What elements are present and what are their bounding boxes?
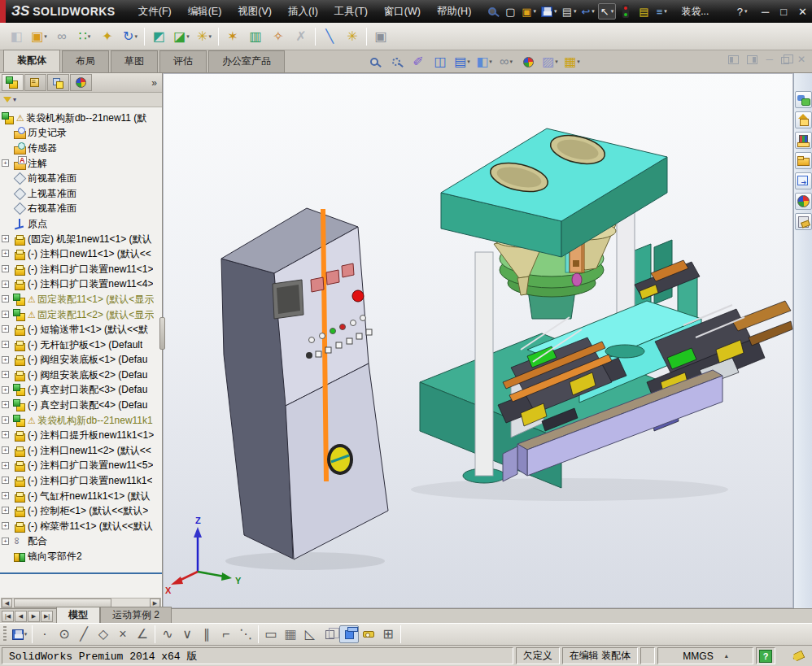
quick-tips-button[interactable]: ? [759, 650, 772, 663]
tree-item[interactable]: + ⚠ (-) 短输送带1<1> (默认<<默 [0, 322, 162, 337]
menu-help[interactable]: 帮助(H) [429, 2, 479, 21]
panel-splitter-handle[interactable] [159, 317, 165, 350]
construction-line-icon[interactable]: ⋱ [236, 625, 255, 643]
design-library-icon[interactable] [795, 132, 812, 149]
menu-insert[interactable]: 插入(I) [280, 2, 326, 21]
solidworks-resources-icon[interactable] [795, 111, 812, 128]
linear-component-pattern-icon[interactable]: ∷ [73, 25, 96, 48]
expand-toggle-icon[interactable]: + [2, 311, 9, 318]
tree-filter-bar[interactable]: ▾ [0, 93, 162, 107]
tangent-arc-icon[interactable]: ∿ [158, 625, 177, 643]
expand-toggle-icon[interactable]: + [2, 386, 9, 394]
line-tool-icon[interactable]: ╱ [74, 625, 94, 643]
tab-sketch[interactable]: 草图 [111, 50, 158, 72]
expand-toggle-icon[interactable]: + [2, 265, 9, 272]
expand-toggle-icon[interactable]: + [2, 295, 9, 303]
rotate-component-icon[interactable]: ↻ [119, 25, 142, 48]
circle-tool-icon[interactable]: ⊙ [55, 625, 74, 643]
tree-item[interactable]: + ⚠ 传感器 [0, 141, 162, 156]
sheet-nav-button[interactable]: ▶| [41, 611, 53, 622]
section-view-icon[interactable]: ◫ [430, 53, 450, 71]
panel-overflow-chevron[interactable]: » [151, 77, 157, 89]
expand-toggle-icon[interactable]: + [2, 281, 9, 288]
traffic-light-icon[interactable] [618, 3, 634, 20]
hide-show-items-icon[interactable]: ∞ [496, 53, 516, 71]
minimize-button[interactable]: ─ [762, 6, 769, 18]
scroll-left-arrow[interactable]: ◀ [2, 599, 12, 607]
expand-toggle-icon[interactable]: + [2, 446, 9, 454]
tree-item[interactable]: + ⚠ 固定装配11<1> (默认<显示 [0, 292, 162, 307]
show-hidden-components-icon[interactable]: ◪ [170, 25, 193, 48]
tree-item[interactable]: + ⚠ (-) 注料口扩口装置new11k1< [0, 473, 162, 489]
help-button[interactable]: ? [734, 3, 750, 20]
tab-layout[interactable]: 布局 [62, 50, 109, 72]
sheet-nav-button[interactable]: |◀ [2, 611, 14, 622]
options-list-icon[interactable]: ≡ [653, 3, 670, 20]
insert-components-icon[interactable]: ▣ [28, 25, 50, 48]
perpendicular-relation-icon[interactable]: ⌐ [216, 625, 236, 643]
tree-item[interactable]: + ⚠ (-) 真空封口装配<4> (Defau [0, 398, 162, 413]
table-icon[interactable]: ⊞ [378, 625, 398, 643]
expand-toggle-icon[interactable]: + [2, 356, 9, 363]
expand-toggle-icon[interactable]: + [2, 522, 9, 529]
expand-toggle-icon[interactable]: + [2, 477, 9, 484]
tree-item[interactable]: + ⚠ 配合 [0, 534, 162, 550]
edit-appearance-icon[interactable] [518, 53, 538, 71]
expand-toggle-icon[interactable]: + [2, 462, 9, 469]
undo-icon[interactable]: ↩ [579, 3, 596, 20]
tree-item[interactable]: + ⚠ (-) 气缸杆new11k1<1> (默认 [0, 489, 162, 504]
menu-edit[interactable]: 编辑(E) [180, 2, 230, 21]
featuremanager-tab[interactable] [2, 74, 24, 91]
tree-item[interactable]: + ⚠ 装袋机构新db--21new11 (默 [0, 111, 162, 126]
tree-item[interactable]: + ⚠ (-) 注料口扩口装置new11<5> [0, 459, 162, 474]
displaymanager-tab[interactable] [70, 74, 92, 91]
edit-component-icon[interactable]: ◧ [5, 25, 28, 48]
tree-item[interactable]: + ⚠ 装袋机构新db--21new11k1 [0, 413, 162, 429]
menu-view[interactable]: 视图(V) [229, 2, 280, 21]
sheet-nav-button[interactable]: ◀ [15, 611, 27, 622]
angle-tool-icon[interactable]: ∠ [133, 625, 152, 643]
polygon-tool-icon[interactable]: ◇ [94, 625, 113, 643]
units-selector[interactable]: MMGS ▴ [657, 647, 753, 664]
menu-file[interactable]: 文件(F) [130, 2, 180, 21]
wireframe-display-icon[interactable] [320, 625, 339, 643]
tag-icon[interactable] [792, 650, 805, 662]
close-button[interactable]: ✕ [798, 6, 807, 18]
tab-evaluate[interactable]: 评估 [159, 50, 207, 72]
tree-item[interactable]: + ⚠ (固定) 机架1new11<1> (默认 [0, 232, 162, 247]
measure-diagonal-icon[interactable]: ╲ [318, 25, 341, 48]
tree-item[interactable]: + ⚠ (-) 真空封口装配<3> (Defau [0, 383, 162, 398]
doc-close-button[interactable]: ✕ [797, 54, 805, 65]
new-document-icon[interactable]: ▢ [502, 3, 518, 20]
grid-snap-icon[interactable]: ▦ [281, 625, 300, 643]
expand-toggle-icon[interactable]: + [2, 431, 9, 438]
menu-tools[interactable]: 工具(T) [326, 2, 376, 21]
view-orientation-icon[interactable]: ▤ [452, 53, 472, 71]
trim-tool-icon[interactable]: × [113, 625, 133, 643]
previous-view-icon[interactable]: ✐ [408, 53, 428, 71]
triangle-snap-icon[interactable]: ◺ [300, 625, 320, 643]
smart-fasteners-icon[interactable]: ✦ [96, 25, 119, 48]
print-icon[interactable]: ▤ [561, 3, 578, 20]
configurationmanager-tab[interactable] [47, 74, 69, 91]
tree-item[interactable]: + ⚠ (-) 阀组安装底板<2> (Defau [0, 368, 162, 383]
doc-restore-button[interactable] [781, 54, 789, 64]
move-component-icon[interactable]: ◩ [147, 25, 170, 48]
mate-icon[interactable]: ∞ [50, 25, 73, 48]
expand-toggle-icon[interactable]: + [2, 492, 9, 499]
zoom-fit-icon[interactable] [365, 53, 384, 71]
expand-toggle-icon[interactable]: + [2, 341, 9, 348]
tab-assembly[interactable]: 装配体 [3, 50, 60, 72]
file-explorer-icon[interactable] [795, 152, 812, 169]
tree-item[interactable]: + ⚠ (-) 注料口扩口装置new11<4> [0, 277, 162, 293]
tree-item[interactable]: + ⚠ (-) 注料口new11<2> (默认<< [0, 443, 162, 459]
apply-scene-icon[interactable]: ▨ [540, 53, 560, 71]
tree-item[interactable]: + ⚠ 右视基准面 [0, 202, 162, 217]
open-icon[interactable]: ▣ [520, 3, 538, 20]
tree-item[interactable]: + ⚠ 上视基准面 [0, 186, 162, 202]
interference-detection-icon[interactable]: ✳ [341, 25, 364, 48]
tab-office-products[interactable]: 办公室产品 [208, 50, 285, 72]
expand-toggle-icon[interactable]: + [2, 371, 9, 378]
shaded-display-icon[interactable] [339, 625, 359, 643]
assembly-features-icon[interactable]: ✳ [193, 25, 216, 48]
